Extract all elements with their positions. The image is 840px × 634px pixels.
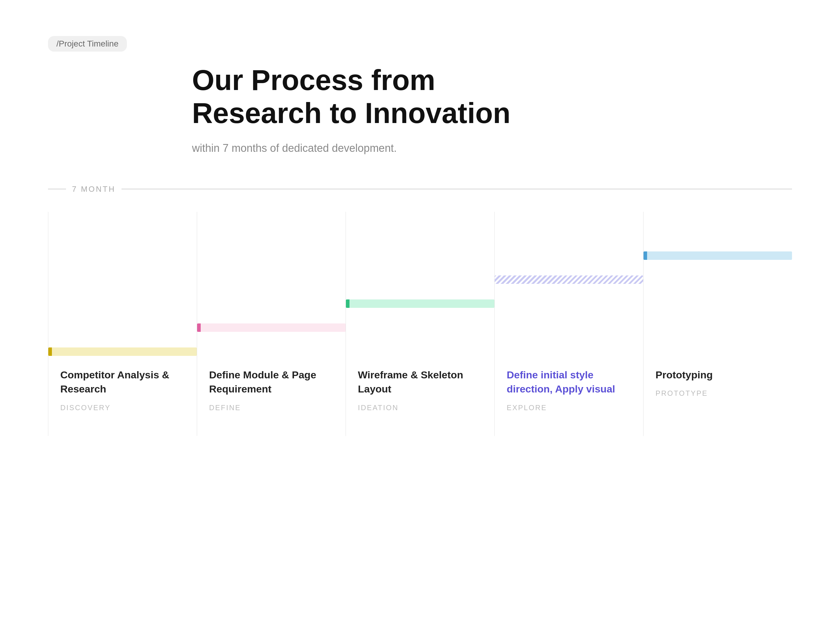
main-title: Our Process from Research to Innovation bbox=[192, 63, 792, 130]
column-discovery: Competitor Analysis & Research DISCOVERY bbox=[48, 212, 197, 436]
column-ideation: Wireframe & Skeleton Layout IDEATION bbox=[346, 212, 495, 436]
page-label: /Project Timeline bbox=[48, 36, 127, 52]
column-explore: Define initial style direction, Apply vi… bbox=[495, 212, 644, 436]
timeline-line-left bbox=[48, 189, 66, 189]
bar-marker-discovery bbox=[48, 348, 52, 356]
bar-marker-prototype bbox=[644, 251, 647, 260]
timeline-header: 7 MONTH bbox=[48, 185, 792, 194]
col-category-ideation: IDEATION bbox=[358, 403, 482, 412]
bar-area-explore bbox=[495, 212, 643, 356]
bar-fill-discovery bbox=[52, 348, 197, 356]
bar-fill-prototype bbox=[647, 251, 792, 260]
col-title-define: Define Module & Page Requirement bbox=[209, 368, 333, 396]
column-define: Define Module & Page Requirement DEFINE bbox=[197, 212, 346, 436]
col-info-define: Define Module & Page Requirement DEFINE bbox=[197, 356, 346, 412]
define-bar bbox=[197, 323, 346, 332]
bar-marker-define bbox=[197, 323, 201, 332]
timeline-container: 7 MONTH Competitor Analysis & Research D… bbox=[48, 185, 792, 436]
col-category-define: DEFINE bbox=[209, 403, 333, 412]
ideation-bar bbox=[346, 299, 494, 308]
col-category-prototype: PROTOTYPE bbox=[655, 389, 780, 398]
bar-fill-ideation bbox=[349, 299, 494, 308]
prototype-bar bbox=[644, 251, 792, 260]
columns-wrapper: Competitor Analysis & Research DISCOVERY… bbox=[48, 212, 792, 436]
bar-area-define bbox=[197, 212, 346, 356]
col-info-explore: Define initial style direction, Apply vi… bbox=[495, 356, 643, 412]
col-info-ideation: Wireframe & Skeleton Layout IDEATION bbox=[346, 356, 494, 412]
col-info-discovery: Competitor Analysis & Research DISCOVERY bbox=[48, 356, 197, 412]
col-info-prototype: Prototyping PROTOTYPE bbox=[644, 356, 792, 398]
bar-area-prototype bbox=[644, 212, 792, 356]
discovery-bar bbox=[48, 348, 197, 356]
header-section: Our Process from Research to Innovation … bbox=[192, 63, 792, 155]
col-category-discovery: DISCOVERY bbox=[60, 403, 185, 412]
bar-marker-ideation bbox=[346, 299, 349, 308]
bar-fill-define bbox=[201, 323, 346, 332]
col-title-discovery: Competitor Analysis & Research bbox=[60, 368, 185, 396]
col-title-ideation: Wireframe & Skeleton Layout bbox=[358, 368, 482, 396]
col-title-prototype: Prototyping bbox=[655, 368, 780, 382]
bar-area-discovery bbox=[48, 212, 197, 356]
explore-bar bbox=[495, 275, 643, 284]
bar-area-ideation bbox=[346, 212, 494, 356]
col-category-explore: EXPLORE bbox=[507, 403, 631, 412]
col-title-explore: Define initial style direction, Apply vi… bbox=[507, 368, 631, 396]
hatch-bar-explore bbox=[495, 275, 643, 284]
column-prototype: Prototyping PROTOTYPE bbox=[644, 212, 792, 436]
timeline-line-right bbox=[122, 189, 792, 189]
subtitle: within 7 months of dedicated development… bbox=[192, 142, 792, 155]
month-label: 7 MONTH bbox=[72, 185, 115, 194]
